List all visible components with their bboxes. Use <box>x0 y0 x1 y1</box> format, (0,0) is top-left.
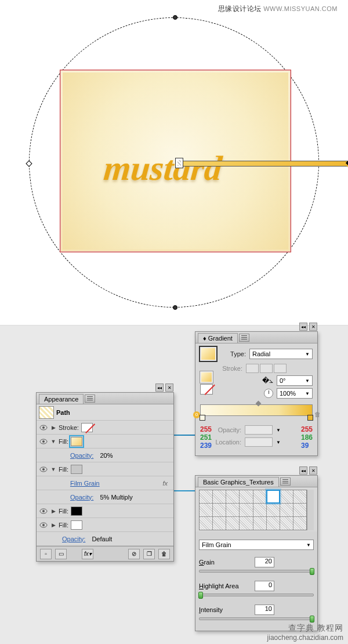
fill-proxy-swatch[interactable] <box>200 371 213 383</box>
collapse-icon[interactable]: ▼ <box>50 466 56 472</box>
fill-gradient-swatch[interactable] <box>71 437 82 446</box>
opacity-link[interactable]: Opacity: <box>70 494 93 501</box>
visibility-icon[interactable] <box>39 520 48 530</box>
film-grain-link[interactable]: Film Grain <box>70 480 100 487</box>
slider-thumb[interactable] <box>198 592 203 599</box>
handle-top[interactable] <box>173 15 177 20</box>
texture-swatch[interactable] <box>253 490 266 503</box>
handle-bottom[interactable] <box>173 305 177 310</box>
clear-button[interactable]: ⊘ <box>128 549 140 559</box>
collapse-icon[interactable]: ▼ <box>50 439 56 444</box>
texture-swatch[interactable] <box>293 504 306 516</box>
texture-swatch[interactable] <box>253 517 266 530</box>
delete-stop-icon[interactable]: 🗑 <box>314 411 321 418</box>
texture-swatch[interactable] <box>293 517 306 530</box>
fill-row-2[interactable]: ▼ Fill: <box>37 462 173 476</box>
gradient-tab[interactable]: ♦ Gradient <box>198 333 238 343</box>
texture-swatch[interactable] <box>200 517 212 530</box>
texture-swatch[interactable] <box>240 517 252 530</box>
texture-swatch[interactable] <box>240 504 252 516</box>
stop-location-input[interactable] <box>245 437 273 447</box>
fill-row-3[interactable]: ▶ Fill: <box>37 504 173 518</box>
slider-thumb[interactable] <box>310 616 314 623</box>
film-grain-row[interactable]: Film Grain fx <box>37 476 173 490</box>
close-icon[interactable]: ✕ <box>309 323 317 331</box>
stroke-none-swatch[interactable] <box>81 423 93 432</box>
grain-slider[interactable] <box>199 570 314 573</box>
fill-row-4[interactable]: ▶ Fill: <box>37 518 173 532</box>
add-effect-button[interactable]: fx▾ <box>82 549 93 559</box>
texture-swatch[interactable] <box>200 504 212 516</box>
expand-icon[interactable]: ▶ <box>50 508 56 514</box>
texture-swatch[interactable] <box>213 504 226 516</box>
add-stroke-button[interactable]: ▭ <box>55 549 67 559</box>
texture-swatch[interactable] <box>293 490 306 503</box>
gradient-ramp[interactable]: 0 🗑 <box>200 404 313 416</box>
expand-icon[interactable]: ▶ <box>50 425 56 430</box>
texture-swatch[interactable] <box>226 517 239 530</box>
collapse-icon[interactable]: ◂◂ <box>299 466 307 475</box>
panel-menu-icon[interactable] <box>85 395 95 403</box>
midpoint-handle[interactable] <box>256 401 262 407</box>
duplicate-button[interactable]: ❐ <box>143 549 155 559</box>
visibility-icon[interactable] <box>39 423 48 432</box>
delete-button[interactable]: 🗑 <box>158 549 170 559</box>
stroke-across-button[interactable] <box>274 364 287 373</box>
gradient-origin-handle[interactable] <box>175 158 183 168</box>
texture-swatch[interactable] <box>240 490 252 503</box>
aspect-input[interactable]: 100%▼ <box>277 388 313 399</box>
angle-input[interactable]: 0°▼ <box>277 375 313 386</box>
texture-swatch[interactable] <box>267 517 280 530</box>
fill-white-swatch[interactable] <box>71 520 82 530</box>
texture-swatch[interactable] <box>280 504 293 516</box>
texture-swatch[interactable] <box>200 490 212 503</box>
panel-menu-icon[interactable] <box>280 477 291 486</box>
fill-row-1[interactable]: ▼ Fill: <box>37 435 173 448</box>
highlight-slider[interactable] <box>199 594 314 596</box>
gradient-preview-swatch[interactable] <box>200 347 216 361</box>
gradient-bar[interactable] <box>200 404 313 416</box>
intensity-input[interactable]: 10 <box>255 605 274 615</box>
stroke-within-button[interactable] <box>246 364 259 373</box>
texture-swatch[interactable] <box>280 517 293 530</box>
visibility-icon[interactable] <box>39 465 48 474</box>
gradient-stop-right[interactable] <box>307 415 313 421</box>
stop-opacity-input[interactable] <box>245 425 273 435</box>
opacity-row-2[interactable]: Opacity: 5% Multiply <box>37 490 173 504</box>
panel-menu-icon[interactable] <box>239 334 249 342</box>
highlight-input[interactable]: 0 <box>255 581 274 591</box>
opacity-link[interactable]: Opacity: <box>70 452 93 459</box>
effect-dropdown[interactable]: Film Grain▼ <box>199 540 314 550</box>
collapse-icon[interactable]: ◂◂ <box>299 323 307 331</box>
stroke-along-button[interactable] <box>260 364 273 373</box>
visibility-icon[interactable] <box>39 437 48 446</box>
visibility-icon[interactable] <box>39 506 48 516</box>
texture-swatch-selected[interactable] <box>267 490 280 503</box>
stroke-row[interactable]: ▶ Stroke: <box>37 421 173 435</box>
texture-swatch[interactable] <box>267 504 280 516</box>
new-art-button[interactable]: ▫ <box>40 549 52 559</box>
slider-thumb[interactable] <box>310 568 314 575</box>
expand-icon[interactable]: ▶ <box>50 522 56 528</box>
texture-swatch[interactable] <box>253 504 266 516</box>
texture-swatch[interactable] <box>226 490 239 503</box>
texture-swatch[interactable] <box>213 490 226 503</box>
texture-swatch[interactable] <box>280 490 293 503</box>
fill-texture-swatch[interactable] <box>71 465 82 474</box>
texture-scrollbar[interactable] <box>307 490 314 530</box>
opacity-row-1[interactable]: Opacity: 20% <box>37 448 173 462</box>
path-row[interactable]: Path <box>37 404 173 421</box>
grain-input[interactable]: 20 <box>255 557 274 567</box>
close-icon[interactable]: ✕ <box>165 383 173 392</box>
gradient-stop-left[interactable] <box>200 415 205 421</box>
texture-swatch[interactable] <box>213 517 226 530</box>
gradient-annotator-bar[interactable] <box>179 161 348 167</box>
type-dropdown[interactable]: Radial▼ <box>249 349 313 359</box>
texture-swatch[interactable] <box>226 504 239 516</box>
opacity-default-row[interactable]: Opacity: Default <box>37 532 173 546</box>
canvas[interactable]: mustard <box>29 17 319 307</box>
close-icon[interactable]: ✕ <box>309 466 317 475</box>
fill-black-swatch[interactable] <box>71 506 82 516</box>
stroke-proxy-swatch[interactable] <box>200 384 213 395</box>
opacity-link[interactable]: Opacity: <box>62 536 85 542</box>
